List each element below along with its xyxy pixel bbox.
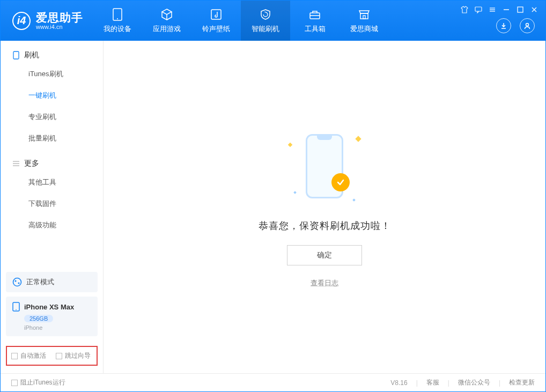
sidebar-item-pro-flash[interactable]: 专业刷机 [1,106,103,128]
minimize-button[interactable] [503,6,510,13]
mode-label: 正常模式 [26,277,54,287]
main-content: 恭喜您，保资料刷机成功啦！ 确定 查看日志 [104,41,545,373]
menu-icon[interactable] [489,6,496,13]
svg-point-24 [16,309,17,310]
block-itunes-checkbox[interactable]: 阻止iTunes运行 [11,378,65,387]
svg-point-1 [117,18,118,19]
toolbox-icon [308,8,321,21]
svg-point-21 [15,280,17,282]
footer-left: 阻止iTunes运行 [11,378,65,387]
auto-activate-checkbox[interactable]: 自动激活 [11,351,46,360]
device-capacity-chip: 256GB [24,315,53,322]
checkbox-icon [11,353,18,359]
device-name: iPhone XS Max [24,303,74,311]
svg-rect-2 [211,10,221,19]
mode-icon [12,277,22,287]
cube-icon [160,8,173,21]
phone-small-icon [12,51,20,59]
sidebar-item-oneclick-flash[interactable]: 一键刷机 [1,85,103,106]
success-message: 恭喜您，保资料刷机成功啦！ [259,219,391,232]
footer-right: V8.16 | 客服 | 微信公众号 | 检查更新 [390,378,535,387]
sidebar-section-more: 更多 [1,149,103,172]
ok-button[interactable]: 确定 [287,245,362,265]
nav-label: 我的设备 [104,24,131,34]
sidebar-item-other-tools[interactable]: 其他工具 [1,172,103,193]
svg-rect-7 [475,7,482,11]
svg-rect-12 [518,7,523,12]
skip-guide-checkbox[interactable]: 跳过向导 [56,351,91,360]
svg-point-22 [18,283,20,284]
check-update-link[interactable]: 检查更新 [509,378,535,387]
support-link[interactable]: 客服 [426,378,439,387]
nav-label: 铃声壁纸 [202,24,230,34]
device-phone-icon [12,302,20,312]
checkbox-label: 阻止iTunes运行 [20,378,65,387]
app-logo-icon: i4 [12,12,31,30]
sidebar-item-advanced[interactable]: 高级功能 [1,215,103,236]
nav-label: 应用游戏 [153,24,181,34]
sidebar: 刷机 iTunes刷机 一键刷机 专业刷机 批量刷机 更多 其他工具 下载固件 … [1,41,104,373]
close-button[interactable] [530,6,538,13]
device-info-card[interactable]: iPhone XS Max 256GB iPhone [6,297,98,336]
logo-text: 爱思助手 www.i4.cn [36,12,83,30]
app-window: i4 爱思助手 www.i4.cn 我的设备 应用游戏 [0,0,546,392]
checkbox-label: 自动激活 [20,351,46,360]
nav-label: 工具箱 [305,24,326,34]
phone-icon [111,8,124,21]
section-label: 刷机 [24,50,39,60]
top-nav: 我的设备 应用游戏 铃声壁纸 智能刷机 [93,1,389,41]
titlebar: i4 爱思助手 www.i4.cn 我的设备 应用游戏 [1,1,545,41]
nav-smart-flash[interactable]: 智能刷机 [241,1,290,41]
store-icon [358,8,371,21]
version-label: V8.16 [390,379,407,387]
check-badge-icon [331,173,350,191]
maximize-button[interactable] [517,6,524,13]
svg-rect-5 [360,13,368,19]
sidebar-item-download-firmware[interactable]: 下载固件 [1,193,103,215]
tshirt-icon[interactable] [461,6,468,13]
nav-label: 智能刷机 [252,24,279,34]
logo-area: i4 爱思助手 www.i4.cn [1,1,93,41]
app-title: 爱思助手 [36,12,83,23]
svg-point-20 [13,278,21,286]
app-subtitle: www.i4.cn [36,24,83,30]
view-log-link[interactable]: 查看日志 [311,278,338,288]
success-illustration [279,126,370,206]
svg-rect-16 [13,51,19,59]
nav-apps-games[interactable]: 应用游戏 [142,1,191,41]
sidebar-section-flash: 刷机 [1,41,103,63]
window-controls [461,6,538,13]
body: 刷机 iTunes刷机 一键刷机 专业刷机 批量刷机 更多 其他工具 下载固件 … [1,41,545,373]
nav-label: 爱思商城 [350,24,378,34]
nav-toolbox[interactable]: 工具箱 [290,1,340,41]
device-mode-card[interactable]: 正常模式 [6,272,98,292]
device-type: iPhone [24,324,91,331]
header-actions [496,18,535,33]
music-note-icon [210,8,223,21]
sidebar-item-itunes-flash[interactable]: iTunes刷机 [1,63,103,85]
svg-point-15 [526,24,529,26]
checkbox-icon [56,353,62,359]
user-account-button[interactable] [520,18,535,33]
download-button[interactable] [496,18,511,33]
list-icon [12,160,20,167]
nav-my-device[interactable]: 我的设备 [93,1,142,41]
nav-ringtones-wallpapers[interactable]: 铃声壁纸 [191,1,241,41]
checkbox-icon [11,380,18,386]
flash-options-row: 自动激活 跳过向导 [6,346,98,366]
section-label: 更多 [24,159,39,168]
svg-rect-6 [363,16,365,19]
nav-store[interactable]: 爱思商城 [340,1,389,41]
checkbox-label: 跳过向导 [65,351,91,360]
refresh-shield-icon [259,8,272,21]
sidebar-item-batch-flash[interactable]: 批量刷机 [1,128,103,149]
status-bar: 阻止iTunes运行 V8.16 | 客服 | 微信公众号 | 检查更新 [1,373,545,391]
feedback-icon[interactable] [475,6,482,13]
wechat-link[interactable]: 微信公众号 [458,378,490,387]
